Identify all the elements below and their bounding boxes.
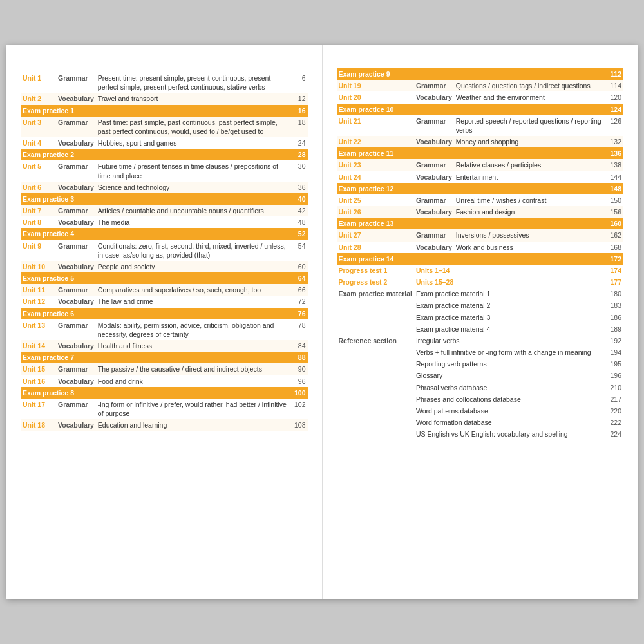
table-row: Exam practice 9112 xyxy=(337,68,624,80)
ref-desc: Verbs + full infinitive or -ing form wit… xyxy=(414,346,609,358)
table-row: Unit 20VocabularyWeather and the environ… xyxy=(337,91,624,103)
unit-type: Grammar xyxy=(56,72,96,93)
unit-desc: Health and fitness xyxy=(96,340,292,352)
exam-label: Exam practice 3 xyxy=(21,193,292,205)
table-row: Unit 2VocabularyTravel and transport12 xyxy=(21,93,308,104)
unit-type: Vocabulary xyxy=(414,242,454,253)
table-row: Unit 17Grammar-ing form or infinitive / … xyxy=(21,399,308,419)
table-row: Exam practice materialExam practice mate… xyxy=(337,288,624,299)
unit-desc: -ing form or infinitive / prefer, would … xyxy=(96,399,292,419)
table-row: Unit 14VocabularyHealth and fitness84 xyxy=(21,340,308,352)
unit-page: 48 xyxy=(292,216,308,228)
unit-type: Vocabulary xyxy=(414,91,454,103)
table-row: Exam practice 340 xyxy=(21,193,308,205)
unit-type: Vocabulary xyxy=(56,375,96,387)
unit-desc: The law and crime xyxy=(96,296,292,307)
unit-page: 84 xyxy=(292,340,308,352)
ref-desc: Phrases and collocations database xyxy=(414,393,609,405)
unit-desc: Education and learning xyxy=(96,419,292,431)
unit-page: 42 xyxy=(292,205,308,216)
unit-page: 96 xyxy=(292,375,308,387)
unit-page: 66 xyxy=(292,284,308,296)
table-row: Glossary196 xyxy=(337,370,624,381)
table-row: Unit 12VocabularyThe law and crime72 xyxy=(21,296,308,307)
unit-page: 132 xyxy=(608,136,623,147)
exam-label: Exam practice 12 xyxy=(337,183,609,194)
table-row: Exam practice 8100 xyxy=(21,387,308,399)
unit-label: Unit 13 xyxy=(21,319,56,340)
unit-type: Vocabulary xyxy=(56,182,96,193)
unit-desc: Reported speech / reported questions / r… xyxy=(454,115,609,136)
unit-page: 150 xyxy=(608,194,623,206)
mat-desc: Exam practice material 4 xyxy=(414,323,609,335)
table-row: Unit 8VocabularyThe media48 xyxy=(21,216,308,228)
unit-type: Grammar xyxy=(56,117,96,137)
unit-page: 120 xyxy=(608,91,623,103)
exam-label: Exam practice 11 xyxy=(337,147,609,159)
unit-page: 126 xyxy=(608,115,623,136)
unit-type: Vocabulary xyxy=(56,137,96,149)
table-row: Exam practice 228 xyxy=(21,149,308,160)
table-row: Word formation database222 xyxy=(337,417,624,428)
unit-label: Unit 20 xyxy=(337,91,414,103)
unit-type: Vocabulary xyxy=(56,296,96,307)
unit-label: Unit 17 xyxy=(21,399,56,419)
unit-desc: Work and business xyxy=(454,242,609,253)
unit-desc: The media xyxy=(96,216,292,228)
unit-type: Grammar xyxy=(56,399,96,419)
exam-label: Exam practice 2 xyxy=(21,149,292,160)
unit-type: Vocabulary xyxy=(414,171,454,183)
unit-desc: Conditionals: zero, first, second, third… xyxy=(96,240,292,261)
exam-page: 124 xyxy=(608,104,623,115)
unit-page: 30 xyxy=(292,160,308,181)
table-row: Unit 25GrammarUnreal time / wishes / con… xyxy=(337,194,624,206)
table-row: Exam practice 12148 xyxy=(337,183,624,194)
table-row: Progress test 1Units 1–14174 xyxy=(337,265,624,276)
unit-type: Grammar xyxy=(56,205,96,216)
unit-type: Grammar xyxy=(414,159,454,171)
table-row: Phrases and collocations database217 xyxy=(337,393,624,405)
table-row: Unit 26VocabularyFashion and design156 xyxy=(337,206,624,218)
table-row: Verbs + full infinitive or -ing form wit… xyxy=(337,346,624,358)
mat-desc: Exam practice material 3 xyxy=(414,312,609,323)
unit-label: Unit 23 xyxy=(337,159,414,171)
ref-page: 210 xyxy=(608,382,623,393)
table-row: Exam practice 10124 xyxy=(337,104,624,115)
unit-label: Unit 21 xyxy=(337,115,414,136)
table-row: Exam practice material 4189 xyxy=(337,323,624,335)
unit-type: Grammar xyxy=(414,115,454,136)
ref-desc: Glossary xyxy=(414,370,609,381)
unit-label: Unit 19 xyxy=(337,80,414,91)
unit-type: Grammar xyxy=(56,319,96,340)
mat-desc: Exam practice material 1 xyxy=(414,288,609,299)
ref-desc: Word formation database xyxy=(414,417,609,428)
unit-label: Unit 26 xyxy=(337,206,414,218)
table-row: Unit 11GrammarComparatives and superlati… xyxy=(21,284,308,296)
table-row: Reporting verb patterns195 xyxy=(337,358,624,370)
ref-page: 196 xyxy=(608,370,623,381)
ref-page: 195 xyxy=(608,358,623,370)
unit-type: Vocabulary xyxy=(414,206,454,218)
progress-label: Progress test 1 xyxy=(337,265,414,276)
unit-page: 78 xyxy=(292,319,308,340)
unit-label: Unit 22 xyxy=(337,136,414,147)
exam-label: Exam practice 6 xyxy=(21,308,292,319)
mat-page: 180 xyxy=(608,288,623,299)
unit-label: Unit 2 xyxy=(21,93,56,104)
ref-label: Reference section xyxy=(337,335,414,346)
unit-type: Grammar xyxy=(56,160,96,181)
mat-page: 186 xyxy=(608,312,623,323)
unit-desc: Hobbies, sport and games xyxy=(96,137,292,149)
table-row: Exam practice 564 xyxy=(21,272,308,284)
unit-type: Grammar xyxy=(414,194,454,206)
unit-page: 102 xyxy=(292,399,308,419)
unit-label: Unit 4 xyxy=(21,137,56,149)
table-row: Unit 13GrammarModals: ability, permissio… xyxy=(21,319,308,340)
unit-desc: Past time: past simple, past continuous,… xyxy=(96,117,292,137)
unit-label: Unit 28 xyxy=(337,242,414,253)
unit-label: Unit 7 xyxy=(21,205,56,216)
unit-type: Vocabulary xyxy=(56,216,96,228)
unit-desc: Relative clauses / participles xyxy=(454,159,609,171)
unit-page: 12 xyxy=(292,93,308,104)
table-row: Exam practice 13160 xyxy=(337,218,624,229)
